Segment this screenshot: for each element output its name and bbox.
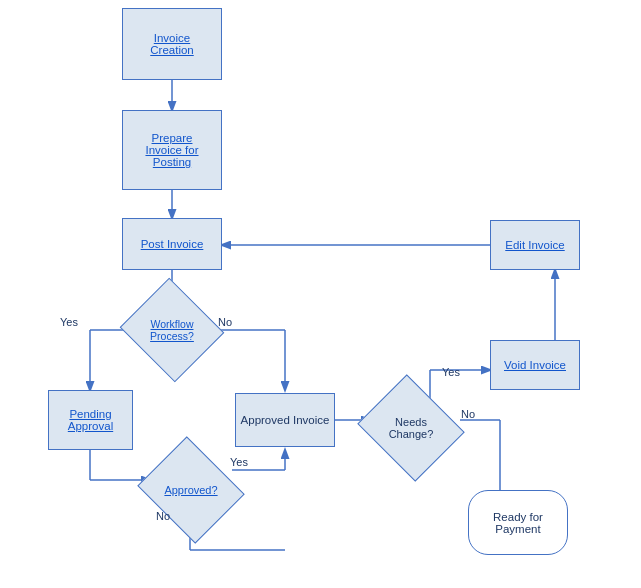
no-label-approved-bottom: No bbox=[156, 510, 170, 522]
yes-label-needs-change: Yes bbox=[442, 366, 460, 378]
invoice-creation-box[interactable]: Invoice Creation bbox=[122, 8, 222, 80]
flowchart-diagram: Invoice Creation Prepare Invoice for Pos… bbox=[0, 0, 641, 588]
prepare-invoice-box[interactable]: Prepare Invoice for Posting bbox=[122, 110, 222, 190]
no-label-workflow-right: No bbox=[218, 316, 232, 328]
approved-invoice-box[interactable]: Approved Invoice bbox=[235, 393, 335, 447]
needs-change-diamond[interactable]: NeedsChange? bbox=[370, 393, 452, 463]
void-invoice-box[interactable]: Void Invoice bbox=[490, 340, 580, 390]
edit-invoice-box[interactable]: Edit Invoice bbox=[490, 220, 580, 270]
yes-label-approved: Yes bbox=[230, 456, 248, 468]
pending-approval-box[interactable]: Pending Approval bbox=[48, 390, 133, 450]
yes-label-workflow-left: Yes bbox=[60, 316, 78, 328]
no-label-needs-change: No bbox=[461, 408, 475, 420]
ready-for-payment-box[interactable]: Ready for Payment bbox=[468, 490, 568, 555]
workflow-process-diamond[interactable]: WorkflowProcess? bbox=[133, 295, 211, 365]
post-invoice-box[interactable]: Post Invoice bbox=[122, 218, 222, 270]
